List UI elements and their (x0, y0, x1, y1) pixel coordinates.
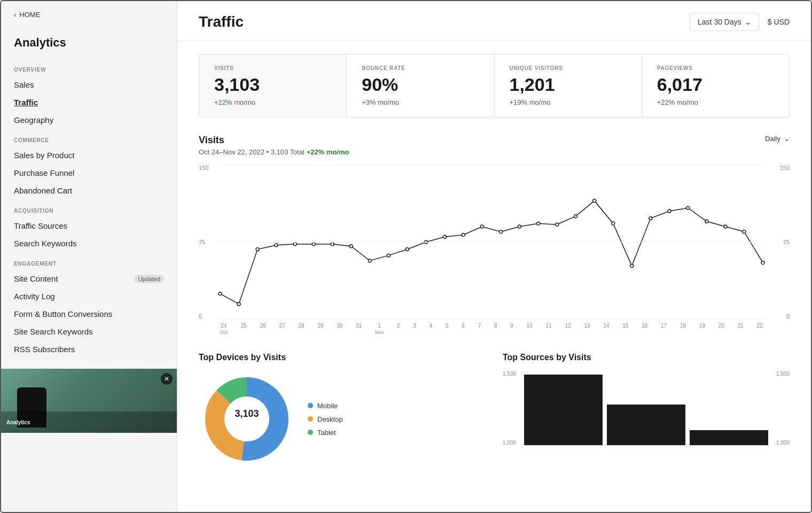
bar (524, 375, 603, 445)
stat-value-bounce: 90% (362, 74, 479, 95)
y-right-label-75: 75 (780, 239, 790, 245)
x-label: 12 (565, 323, 571, 336)
main-content-area: Traffic Last 30 Days ⌄ $ USD VISITS 3,10… (177, 1, 811, 512)
svg-point-10 (405, 248, 409, 251)
bar-chart: 1,500 1,000 1,500 1,000 (503, 371, 790, 456)
x-label: 5 (446, 323, 449, 336)
stat-change-unique: +19% mo/mo (510, 98, 627, 106)
chevron-down-icon: ⌄ (784, 135, 790, 143)
x-label: 29 (317, 323, 323, 336)
x-label: 21 (738, 323, 744, 336)
sidebar-item-label: Site Search Keywords (14, 327, 93, 336)
stat-label-visits: VISITS (214, 65, 331, 71)
svg-point-16 (518, 225, 521, 228)
stat-card-visits: VISITS 3,103 +22% mo/mo (199, 55, 347, 117)
bar-y-left: 1,500 1,000 (503, 371, 516, 446)
stat-card-pageviews: PAGEVIEWS 6,017 +22% mo/mo (642, 55, 789, 117)
x-label: 4 (430, 323, 433, 336)
svg-point-28 (743, 230, 746, 234)
svg-point-8 (368, 259, 371, 262)
svg-point-9 (387, 254, 390, 257)
svg-point-26 (705, 220, 708, 223)
sidebar-item-sales-by-product[interactable]: Sales by Product (1, 146, 177, 164)
tablet-dot (308, 430, 313, 435)
sidebar-item-label: Abandoned Cart (14, 186, 72, 195)
x-label: 7 (478, 323, 481, 336)
chart-granularity[interactable]: Daily ⌄ (765, 135, 790, 143)
bar-y-min: 1,000 (503, 440, 516, 446)
bar-y-right-max: 1,500 (776, 371, 790, 377)
sidebar-item-label: Form & Button Conversions (14, 309, 112, 318)
svg-point-19 (574, 215, 577, 218)
sidebar-item-label: Search Keywords (14, 239, 77, 248)
grid-line-bottom (220, 319, 763, 320)
svg-point-24 (668, 209, 671, 213)
stat-value-unique: 1,201 (510, 74, 627, 95)
svg-point-15 (499, 230, 503, 234)
sidebar-item-label: Sales (14, 80, 34, 89)
x-label: 22 (757, 323, 763, 336)
sidebar-item-site-content[interactable]: Site Content Updated (1, 270, 177, 287)
sidebar-item-label: RSS Subscribers (14, 345, 75, 354)
stat-card-unique: UNIQUE VISITORS 1,201 +19% mo/mo (495, 55, 642, 117)
x-label: 6 (462, 323, 465, 336)
svg-point-18 (556, 223, 559, 226)
sidebar-item-site-search[interactable]: Site Search Keywords (1, 323, 177, 340)
stat-change-bounce: +3% mo/mo (362, 98, 479, 106)
y-axis-left: 150 75 0 (199, 165, 208, 320)
y-label-150: 150 (199, 165, 208, 171)
promo-label: Analytics (6, 419, 30, 425)
date-range-label: Last 30 Days (698, 18, 741, 26)
bar (607, 405, 685, 445)
sidebar-item-rss[interactable]: RSS Subscribers (1, 340, 177, 358)
sidebar-item-purchase-funnel[interactable]: Purchase Funnel (1, 164, 177, 182)
x-label: 18 (680, 323, 686, 336)
chart-change: +22% mo/mo (307, 148, 349, 156)
desktop-dot (308, 416, 313, 422)
section-label-overview: OVERVIEW (1, 58, 177, 76)
x-label: 25 (241, 323, 247, 336)
x-label: 20 (719, 323, 724, 336)
svg-point-25 (686, 206, 690, 209)
legend-mobile: Mobile (308, 402, 343, 410)
x-label: 26 (260, 323, 266, 336)
stat-label-bounce: BOUNCE RATE (362, 65, 479, 71)
stat-label-unique: UNIQUE VISITORS (510, 65, 627, 71)
sidebar-item-traffic-sources[interactable]: Traffic Sources (1, 217, 177, 235)
chevron-left-icon: ‹ (14, 11, 16, 19)
sidebar-item-geography[interactable]: Geography (1, 111, 177, 129)
mobile-dot (308, 403, 313, 408)
chart-total: 3,103 Total (271, 148, 304, 156)
bar-y-max: 1,500 (503, 371, 516, 377)
x-label: 9 (510, 323, 513, 336)
page-title: Traffic (199, 13, 244, 30)
sidebar-item-abandoned-cart[interactable]: Abandoned Cart (1, 182, 177, 199)
chevron-down-icon: ⌄ (745, 18, 751, 26)
close-promo-button[interactable]: ✕ (161, 373, 173, 385)
sidebar-item-activity-log[interactable]: Activity Log (1, 287, 177, 305)
tablet-label: Tablet (317, 429, 336, 437)
x-label: 15 (622, 323, 628, 336)
svg-point-21 (612, 222, 615, 225)
svg-point-27 (724, 225, 727, 228)
home-nav[interactable]: ‹ HOME (1, 1, 177, 25)
sidebar-item-traffic[interactable]: Traffic (1, 94, 177, 111)
stat-label-pageviews: PAGEVIEWS (657, 65, 774, 71)
sidebar-item-form-button[interactable]: Form & Button Conversions (1, 305, 177, 323)
section-label-acquisition: ACQUISITION (1, 199, 177, 217)
sidebar-item-label: Traffic Sources (14, 221, 67, 230)
x-label: 1Nov (375, 323, 384, 336)
sidebar-item-sales[interactable]: Sales (1, 76, 177, 94)
bar-y-right-min: 1,000 (776, 440, 790, 446)
bottom-charts: Top Devices by Visits 3,103 (199, 353, 790, 467)
chart-plot-area (220, 165, 763, 320)
svg-point-14 (480, 225, 483, 228)
stat-cards-row: VISITS 3,103 +22% mo/mo BOUNCE RATE 90% … (199, 54, 790, 118)
svg-point-6 (331, 243, 334, 246)
grid-line-mid (220, 242, 763, 243)
date-range-picker[interactable]: Last 30 Days ⌄ (690, 13, 759, 31)
sidebar-item-search-keywords[interactable]: Search Keywords (1, 235, 177, 252)
y-right-label-0: 0 (780, 313, 790, 320)
x-label: 28 (299, 323, 304, 336)
sidebar-promo-image: Analytics ✕ (1, 369, 177, 433)
